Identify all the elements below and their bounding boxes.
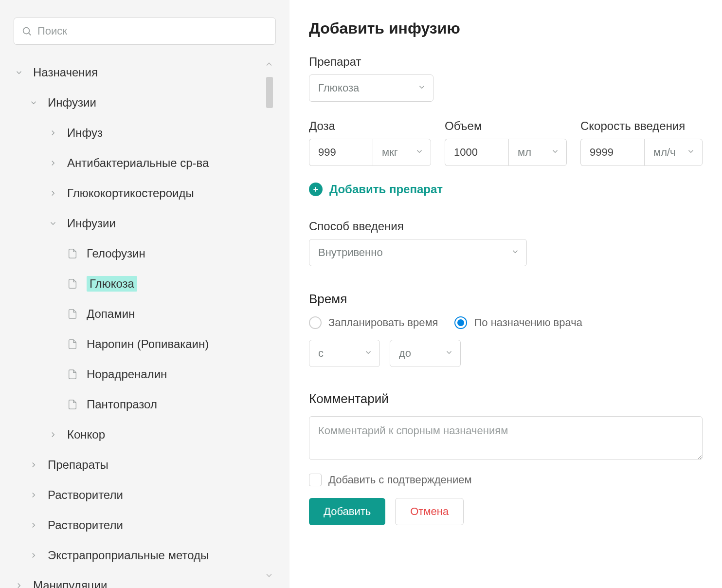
chevron-right-icon — [28, 520, 39, 531]
tree-node-label: Инфузии — [48, 96, 96, 110]
tree-node-solvents[interactable]: Растворители — [14, 480, 258, 510]
chevron-right-icon — [48, 429, 58, 440]
drug-select[interactable]: Глюкоза — [309, 74, 433, 102]
drug-label: Препарат — [309, 55, 703, 69]
chevron-down-icon — [48, 218, 58, 229]
tree-root-label: Назначения — [33, 66, 98, 79]
chevron-down-icon — [28, 97, 39, 108]
radio-circle-icon — [309, 316, 322, 329]
file-icon — [67, 399, 78, 410]
scroll-down-button[interactable] — [262, 569, 276, 582]
chevron-right-icon — [28, 550, 39, 561]
file-icon — [67, 309, 78, 319]
dose-unit: мкг — [382, 146, 398, 159]
rate-col: Скорость введения мл/ч — [580, 119, 703, 166]
rate-unit: мл/ч — [653, 146, 676, 159]
tree-root-label: Манипуляции — [33, 579, 107, 588]
tree-node-label: Антибактериальные ср-ва — [67, 156, 209, 170]
chevron-down-icon — [415, 146, 424, 159]
dose-unit-select[interactable]: мкг — [373, 139, 431, 166]
tree-node-label: Инфуз — [67, 126, 103, 140]
footer-actions: Добавить Отмена — [309, 486, 703, 539]
svg-line-1 — [29, 33, 31, 35]
chevron-down-icon — [417, 82, 426, 94]
add-drug-label: Добавить препарат — [329, 183, 443, 196]
radio-plan-time[interactable]: Запланировать время — [309, 316, 438, 329]
volume-label: Объем — [445, 119, 567, 133]
time-radio-row: Запланировать время По назначению врача — [309, 316, 703, 329]
chevron-right-icon — [14, 580, 24, 588]
time-inputs-row: с до — [309, 340, 703, 367]
radio-doctor-label: По назначению врача — [474, 316, 582, 329]
tree-node-solvents2[interactable]: Растворители — [14, 510, 258, 540]
radio-doctor[interactable]: По назначению врача — [454, 316, 582, 329]
add-button[interactable]: Добавить — [309, 498, 385, 525]
rate-input[interactable] — [580, 139, 644, 166]
dose-label: Доза — [309, 119, 431, 133]
time-from-select[interactable]: с — [309, 340, 380, 367]
search-wrapper — [14, 18, 276, 45]
tree-root-manip[interactable]: Манипуляции — [14, 570, 258, 588]
confirm-checkbox[interactable] — [309, 474, 322, 486]
tree-leaf-dopamin[interactable]: Допамин — [14, 299, 258, 329]
tree-node-label: Инфузии — [67, 217, 116, 230]
comment-section-title: Комментарий — [309, 391, 703, 406]
method-select[interactable]: Внутривенно — [309, 239, 527, 266]
tree-node-label: Растворители — [48, 488, 123, 502]
time-to-select[interactable]: до — [390, 340, 461, 367]
tree-node-label: Конкор — [67, 428, 105, 441]
tree-node-preps[interactable]: Препараты — [14, 450, 258, 480]
chevron-right-icon — [48, 158, 58, 168]
page-title: Добавить инфузию — [309, 19, 703, 37]
tree-leaf-pantoprazol[interactable]: Пантопразол — [14, 389, 258, 420]
tree-node-antibacterial[interactable]: Антибактериальные ср-ва — [14, 148, 258, 178]
volume-input[interactable] — [445, 139, 508, 166]
tree-leaf-naropin[interactable]: Наропин (Ропивакаин) — [14, 329, 258, 359]
volume-col: Объем мл — [445, 119, 567, 166]
tree-leaf-glucose[interactable]: Глюкоза — [14, 269, 258, 299]
method-value: Внутривенно — [318, 246, 383, 259]
rate-label: Скорость введения — [580, 119, 703, 133]
search-input[interactable] — [14, 18, 276, 45]
main-panel: Добавить инфузию Препарат Глюкоза Доза м… — [289, 0, 722, 588]
add-drug-button[interactable]: Добавить препарат — [309, 183, 703, 196]
cancel-button[interactable]: Отмена — [395, 498, 464, 525]
tree-leaf-gelofusin[interactable]: Гелофузин — [14, 239, 258, 269]
svg-point-0 — [23, 28, 30, 34]
method-label: Способ введения — [309, 220, 703, 233]
tree-leaf-label: Допамин — [87, 307, 135, 321]
tree-leaf-label: Пантопразол — [87, 398, 157, 411]
comment-textarea[interactable] — [309, 416, 703, 460]
tree-node-infusions-sub[interactable]: Инфузии — [14, 208, 258, 239]
scroll-thumb[interactable] — [266, 77, 273, 108]
chevron-down-icon — [686, 146, 695, 159]
tree-leaf-noradrenalin[interactable]: Норадреналин — [14, 359, 258, 389]
file-icon — [67, 369, 78, 380]
measurements-row: Доза мкг Объем мл Скорость введения — [309, 119, 703, 166]
volume-unit-select[interactable]: мл — [508, 139, 567, 166]
scroll-up-button[interactable] — [262, 57, 276, 71]
confirm-row: Добавить с подтверждением — [309, 474, 703, 486]
tree-root-assignments[interactable]: Назначения — [14, 57, 258, 88]
chevron-right-icon — [48, 128, 58, 138]
file-icon — [67, 278, 78, 289]
radio-circle-checked-icon — [454, 316, 467, 329]
drug-value: Глюкоза — [318, 82, 359, 94]
chevron-right-icon — [28, 490, 39, 500]
tree: Назначения Инфузии Инфуз Антибактериальн… — [14, 57, 276, 588]
chevron-down-icon — [511, 246, 520, 259]
tree-leaf-label: Глюкоза — [87, 276, 137, 292]
tree-node-label: Глюкокортикостероиды — [67, 186, 194, 200]
tree-leaf-label: Гелофузин — [87, 247, 145, 260]
dose-input[interactable] — [309, 139, 373, 166]
plus-icon — [309, 183, 323, 196]
time-section-title: Время — [309, 292, 703, 307]
tree-node-konkor[interactable]: Конкор — [14, 420, 258, 450]
tree-leaf-label: Наропин (Ропивакаин) — [87, 337, 209, 351]
tree-node-glucocort[interactable]: Глюкокортикостероиды — [14, 178, 258, 208]
chevron-down-icon — [14, 67, 24, 78]
tree-node-infusions[interactable]: Инфузии — [14, 88, 258, 118]
tree-node-infuz[interactable]: Инфуз — [14, 118, 258, 148]
rate-unit-select[interactable]: мл/ч — [644, 139, 703, 166]
tree-node-extraprop[interactable]: Экстрапроприальные методы — [14, 540, 258, 570]
